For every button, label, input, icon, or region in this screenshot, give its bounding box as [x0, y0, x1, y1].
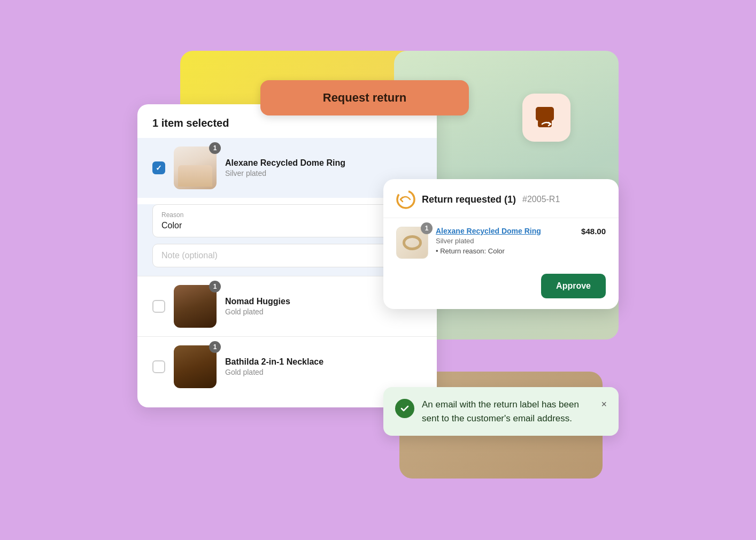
item-image-wrap-2: 1 — [174, 285, 217, 328]
return-app-icon — [533, 104, 560, 132]
item-name-1: Alexane Recycled Dome Ring — [225, 158, 422, 168]
return-item-row: 1 Alexane Recycled Dome Ring Silver plat… — [383, 218, 619, 267]
request-return-bar[interactable]: Request return — [260, 80, 469, 115]
item-variant-1: Silver plated — [225, 169, 422, 178]
approve-section: Approve — [383, 267, 619, 309]
item-name-3: Bathilda 2-in-1 Necklace — [225, 357, 422, 367]
item-badge-2: 1 — [209, 281, 221, 292]
return-title: Return requested (1) — [422, 194, 516, 205]
return-card-header: Return requested (1) #2005-R1 — [383, 179, 619, 218]
success-text: An email with the return label has been … — [422, 398, 593, 425]
return-item-image-wrap: 1 — [396, 227, 428, 259]
return-item-name[interactable]: Alexane Recycled Dome Ring — [436, 227, 574, 235]
ring-image-1 — [174, 146, 217, 189]
reason-label: Reason — [161, 211, 413, 219]
return-icon — [396, 190, 415, 209]
earring-image — [174, 285, 217, 328]
return-item-badge: 1 — [421, 222, 433, 234]
item-info-1: Alexane Recycled Dome Ring Silver plated — [225, 158, 422, 178]
return-item-variant: Silver plated — [436, 237, 574, 245]
reason-value: Color — [161, 221, 413, 230]
return-id: #2005-R1 — [522, 195, 560, 204]
items-selected-label: 1 item selected — [152, 117, 229, 129]
item-checkbox-2[interactable] — [152, 300, 165, 313]
reason-field[interactable]: Reason Color — [152, 204, 422, 237]
note-field[interactable]: Note (optional) — [152, 244, 422, 267]
request-return-label: Request return — [323, 91, 406, 105]
return-item-reason: • Return reason: Color — [436, 247, 574, 255]
item-badge-1: 1 — [209, 142, 221, 154]
ring-shape — [403, 235, 422, 250]
note-placeholder: Note (optional) — [161, 251, 413, 260]
success-check-icon — [399, 403, 410, 414]
success-notification: An email with the return label has been … — [383, 387, 619, 436]
necklace-image — [174, 345, 217, 388]
scene: Request return 1 item selected 1 — [137, 51, 619, 489]
return-item-details: Alexane Recycled Dome Ring Silver plated… — [436, 227, 574, 255]
app-icon — [522, 94, 570, 142]
reason-text: Return reason: Color — [440, 247, 505, 255]
item-badge-3: 1 — [209, 341, 221, 353]
item-checkbox-1[interactable] — [152, 161, 165, 174]
item-image-wrap-1: 1 — [174, 146, 217, 189]
item-info-3: Bathilda 2-in-1 Necklace Gold plated — [225, 357, 422, 376]
return-item-price: $48.00 — [581, 227, 606, 236]
bullet: • — [436, 247, 440, 255]
item-variant-3: Gold plated — [225, 368, 422, 376]
item-image-wrap-3: 1 — [174, 345, 217, 388]
success-icon — [395, 399, 414, 418]
approve-button[interactable]: Approve — [541, 274, 606, 298]
item-checkbox-3[interactable] — [152, 360, 165, 373]
close-button[interactable]: × — [601, 399, 607, 410]
svg-rect-0 — [536, 107, 554, 121]
return-card: Return requested (1) #2005-R1 1 Alexane … — [383, 179, 619, 309]
